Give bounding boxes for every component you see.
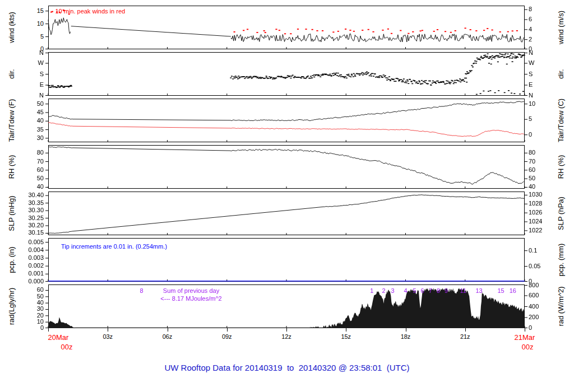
multi-panel-chart: wind (kts) wind (m/s) dir. dir. Tair/Tde… xyxy=(0,0,574,392)
tick-label-left-slp: 30.35 xyxy=(0,200,44,206)
humidity-plot-canvas xyxy=(44,145,529,189)
pressure-plot-canvas xyxy=(44,192,529,235)
tick-label-left-pcp: 0.001 xyxy=(0,270,44,277)
annotation-rad-15: 16 xyxy=(510,288,516,294)
tick-label-right-wind: 8 xyxy=(529,6,532,12)
tick-label-left-slp: 30.40 xyxy=(0,192,44,198)
tick-label-left-temp: 50 xyxy=(0,101,44,107)
tick-label-left-rad: 10 xyxy=(0,319,44,325)
tick-label-right-rad: 600 xyxy=(529,292,539,298)
annotation-rad-14: 15 xyxy=(497,288,504,294)
tick-label-left-temp: 30 xyxy=(0,135,44,141)
tick-label-right-pcp: 0.1 xyxy=(529,248,537,254)
tick-label-right-rh: 50 xyxy=(529,175,535,181)
tick-label-right-rh: 80 xyxy=(529,150,535,156)
x-tick-label: 06z xyxy=(163,333,173,340)
tick-label-right-dir: N xyxy=(529,92,533,99)
temperature-plot-canvas xyxy=(44,99,529,142)
tick-label-right-rad: 800 xyxy=(529,282,539,288)
tick-label-left-temp: 40 xyxy=(0,118,44,124)
x-end-date-line1: 21Mar xyxy=(515,333,535,342)
tick-label-right-slp: 1030 xyxy=(529,192,542,198)
x-axis-tick xyxy=(108,328,108,332)
x-tick-label: 09z xyxy=(222,333,232,340)
annotation-rad-6: 4 xyxy=(404,288,407,294)
tick-label-left-rad: 50 xyxy=(0,293,44,300)
x-start-date-line2: 00z xyxy=(61,343,73,351)
y-axis-label-dir-right: dir. xyxy=(557,69,565,78)
y-axis-label-pcp-mm: pcp. (mm) xyxy=(557,244,565,277)
tick-label-left-dir: N xyxy=(0,92,44,99)
tick-label-left-pcp: 0.002 xyxy=(0,263,44,269)
direction-plot-canvas xyxy=(44,52,529,96)
x-tick-label: 15z xyxy=(341,333,351,340)
tick-label-left-rh: 80 xyxy=(0,150,44,156)
tick-label-right-slp: 1028 xyxy=(529,200,542,207)
tick-label-right-slp: 1024 xyxy=(529,218,542,225)
annotation-rad-1: Sum of previous day xyxy=(163,288,219,294)
tick-label-left-wind: 15 xyxy=(0,8,44,14)
annotation-wind-0: 10 min. peak winds in red xyxy=(55,8,125,15)
x-axis-tick xyxy=(227,328,228,332)
x-axis-tick xyxy=(346,328,346,332)
tick-label-right-wind: 2 xyxy=(529,36,532,43)
tick-label-left-pcp: 0.005 xyxy=(0,239,44,245)
x-axis-tick xyxy=(286,328,287,332)
tick-label-right-temp: 5 xyxy=(529,116,532,122)
tick-label-left-pcp: 0.000 xyxy=(0,278,44,284)
x-axis-tick xyxy=(465,328,466,332)
annotation-rad-13: 13 xyxy=(475,288,482,294)
tick-label-right-slp: 1026 xyxy=(529,209,542,216)
tick-label-left-rad: 60 xyxy=(0,287,44,293)
tick-label-left-rh: 40 xyxy=(0,184,44,190)
tick-label-left-dir: E xyxy=(0,82,44,88)
annotation-rad-5: 3 xyxy=(391,288,394,294)
x-tick-label: 21z xyxy=(460,333,470,340)
x-axis-tick xyxy=(48,328,49,332)
tick-label-left-slp: 30.25 xyxy=(0,215,44,221)
tick-label-left-rh: 50 xyxy=(0,175,44,181)
annotation-rad-7: 5 xyxy=(413,288,416,294)
tick-label-right-rad: 0 xyxy=(529,325,532,331)
tick-label-left-dir: W xyxy=(0,60,44,66)
tick-label-right-rad: 400 xyxy=(529,304,539,310)
annotation-rad-12: 11 xyxy=(460,288,466,294)
annotation-rad-2: <--- 8.17 MJoules/m^2 xyxy=(160,296,221,302)
tick-label-right-dir: S xyxy=(529,71,533,77)
annotation-pcp-0: Tip increments are 0.01 in. (0.254mm.) xyxy=(61,244,167,250)
annotation-rad-3: 1 xyxy=(370,288,373,294)
y-axis-label-wind-ms: wind (m/s) xyxy=(557,11,565,44)
tick-label-left-rad: 0 xyxy=(0,325,44,331)
tick-label-right-dir: W xyxy=(529,60,534,66)
x-axis-tick xyxy=(406,328,406,332)
tick-label-left-slp: 30.15 xyxy=(0,230,44,236)
tick-label-left-temp: 45 xyxy=(0,109,44,115)
tick-label-right-rh: 40 xyxy=(529,184,535,190)
y-axis-label-temp-c: Tair/Tdew (C) xyxy=(557,99,565,142)
tick-label-right-rh: 70 xyxy=(529,158,535,165)
annotation-rad-11: 9 xyxy=(445,288,448,294)
tick-label-right-wind: 4 xyxy=(529,26,532,32)
x-start-date-line1: 20Mar xyxy=(48,333,69,342)
tick-label-left-temp: 35 xyxy=(0,127,44,133)
y-axis-label-rh-right: RH (%) xyxy=(557,155,565,179)
tick-label-left-rad: 30 xyxy=(0,306,44,312)
tick-label-right-rh: 60 xyxy=(529,167,535,173)
tick-label-right-rad: 200 xyxy=(529,314,539,320)
tick-label-right-slp: 1022 xyxy=(529,227,542,234)
tick-label-right-pcp: 0.05 xyxy=(529,263,540,269)
annotation-rad-10: 8 xyxy=(437,288,440,294)
tick-label-left-dir: S xyxy=(0,71,44,77)
tick-label-left-pcp: 0.004 xyxy=(0,247,44,253)
tick-label-right-temp: 10 xyxy=(529,101,535,107)
tick-label-left-wind: 5 xyxy=(0,34,44,40)
tick-label-left-rad: 40 xyxy=(0,300,44,306)
y-axis-label-slp-hpa: SLP (hPa) xyxy=(557,197,565,230)
tick-label-left-pcp: 0.003 xyxy=(0,255,44,261)
chart-title: UW Rooftop Data for 20140319 to 20140320… xyxy=(164,363,409,372)
tick-label-right-dir: N xyxy=(529,50,533,56)
x-tick-label: 12z xyxy=(281,333,291,340)
tick-label-left-rh: 60 xyxy=(0,167,44,173)
x-axis-tick xyxy=(168,328,168,332)
tick-label-right-wind: 6 xyxy=(529,16,532,22)
